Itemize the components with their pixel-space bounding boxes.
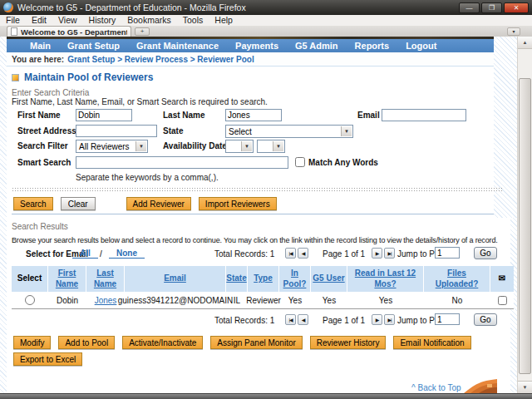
col-select: Select — [12, 266, 48, 292]
new-tab-button[interactable]: + — [135, 27, 150, 36]
nav-grant-maintenance[interactable]: Grant Maintenance — [128, 39, 227, 52]
modify-button[interactable]: Modify — [13, 336, 51, 349]
go-button[interactable]: Go — [474, 313, 497, 326]
page-next-button[interactable]: ▶ — [372, 314, 382, 325]
col-last-name[interactable]: Last Name — [86, 266, 125, 292]
row-select-radio[interactable] — [25, 295, 35, 305]
export-to-excel-button[interactable]: Export to Excel — [13, 352, 82, 366]
availability-date-label: Availability Date — [163, 141, 227, 150]
add-reviewer-button[interactable]: Add Reviewer — [126, 197, 191, 210]
close-button[interactable]: ✕ — [504, 2, 529, 13]
col-state[interactable]: State — [226, 266, 248, 292]
total-records: Total Records: 1 — [214, 316, 274, 325]
state-label: State — [163, 126, 183, 135]
record-actions-row: Modify Add to Pool Activate/Inactivate A… — [13, 336, 471, 349]
row-type: Reviewer — [248, 292, 279, 308]
col-files-uploaded[interactable]: Files Uploaded? — [424, 266, 490, 292]
col-in-pool[interactable]: In Pool? — [279, 266, 311, 292]
menu-bookmarks[interactable]: Bookmarks — [121, 15, 177, 26]
breadcrumb-path[interactable]: Grant Setup > Review Process > Reviewer … — [67, 55, 254, 64]
pagination-bottom: Total Records: 1 |◀ ◀ Page 1 of 1 ▶ ▶| J… — [0, 313, 517, 327]
menu-help[interactable]: Help — [209, 15, 239, 26]
first-name-input[interactable] — [76, 109, 132, 121]
activate-inactivate-button[interactable]: Activate/Inactivate — [122, 336, 203, 349]
col-type[interactable]: Type — [248, 266, 279, 292]
scrollbar-thumb[interactable] — [519, 78, 531, 374]
jump-to-page-input[interactable] — [435, 313, 460, 325]
minimize-button[interactable]: — — [459, 2, 480, 13]
row-email: guiness3941212@NODOMAIN — [125, 292, 226, 308]
scroll-down-arrow[interactable]: ▼ — [518, 381, 532, 393]
scroll-up-arrow[interactable]: ▲ — [518, 37, 532, 49]
import-reviewers-button[interactable]: Import Reviewers — [199, 197, 277, 210]
page-next-button[interactable]: ▶ — [372, 248, 382, 259]
tab-title: Welcome to G5 - Department of Edu... — [21, 27, 127, 37]
chevron-down-icon: ▼ — [241, 141, 252, 151]
menu-history[interactable]: History — [83, 15, 122, 26]
street-address-input[interactable] — [76, 125, 157, 137]
vertical-scrollbar: ▲ ▼ — [517, 37, 532, 393]
match-any-words-checkbox[interactable] — [295, 157, 305, 167]
reviewer-history-button[interactable]: Reviewer History — [310, 336, 387, 349]
page-prev-button[interactable]: ◀ — [298, 314, 308, 325]
list-tabs-button[interactable]: ▾ — [507, 27, 520, 36]
email-label: Email — [357, 111, 380, 120]
go-button[interactable]: Go — [474, 247, 497, 259]
row-email-checkbox[interactable] — [498, 296, 507, 305]
nav-main[interactable]: Main — [22, 39, 59, 52]
page-first-button[interactable]: |◀ — [285, 248, 296, 259]
left-margin-hatch — [0, 37, 7, 393]
clear-button[interactable]: Clear — [61, 197, 96, 210]
nav-logout[interactable]: Logout — [397, 39, 445, 52]
menu-tools[interactable]: Tools — [177, 15, 209, 26]
col-first-name[interactable]: First Name — [48, 266, 86, 292]
col-email-select: ✉ — [490, 266, 514, 292]
chevron-down-icon: ▼ — [341, 126, 352, 136]
jump-to-page-input[interactable] — [435, 247, 460, 259]
select-none-link[interactable]: None — [109, 249, 145, 259]
assign-panel-monitor-button[interactable]: Assign Panel Monitor — [210, 336, 303, 349]
page-indicator: Page 1 of 1 — [323, 316, 365, 325]
last-name-input[interactable] — [225, 109, 282, 121]
row-read-last-12: Yes — [347, 292, 424, 308]
smart-search-input[interactable] — [76, 156, 288, 169]
email-notification-button[interactable]: Email Notification — [393, 336, 470, 349]
nav-reports[interactable]: Reports — [347, 39, 398, 52]
menu-file[interactable]: File — [0, 15, 26, 26]
main-navigation: Main Grant Setup Grant Maintenance Payme… — [7, 39, 494, 52]
search-buttons-row: Search Clear Add Reviewer Import Reviewe… — [13, 197, 277, 210]
breadcrumb: You are here: Grant Setup > Review Proce… — [7, 52, 494, 66]
availability-year-select[interactable]: ▼ — [257, 140, 285, 153]
pagination-top: Select for Email All / None Total Record… — [0, 247, 517, 260]
email-input[interactable] — [382, 109, 466, 121]
menu-edit[interactable]: Edit — [26, 15, 52, 26]
active-tab[interactable]: Welcome to G5 - Department of Edu... — [7, 26, 131, 37]
nav-payments[interactable]: Payments — [227, 39, 287, 52]
page-prev-button[interactable]: ◀ — [298, 248, 308, 259]
state-select[interactable]: Select ▼ — [225, 125, 353, 138]
status-bar — [0, 393, 532, 399]
page-last-button[interactable]: ▶| — [384, 248, 395, 259]
maximize-button[interactable]: ❐ — [481, 2, 502, 13]
back-to-top-link[interactable]: ^ Back to Top — [411, 383, 461, 392]
total-records: Total Records: 1 — [214, 249, 274, 259]
row-select-cell — [12, 292, 48, 308]
results-section-label: Search Results — [12, 222, 68, 231]
match-any-words-label: Match Any Words — [308, 158, 378, 167]
nav-grant-setup[interactable]: Grant Setup — [59, 39, 128, 52]
page-last-button[interactable]: ▶| — [384, 314, 395, 325]
page-first-button[interactable]: |◀ — [285, 314, 296, 325]
menu-view[interactable]: View — [52, 15, 83, 26]
availability-month-select[interactable]: ▼ — [225, 140, 254, 153]
add-to-pool-button[interactable]: Add to Pool — [58, 336, 115, 349]
row-first-name: Dobin — [48, 292, 86, 308]
col-email[interactable]: Email — [125, 266, 226, 292]
search-filter-select[interactable]: All Reviewers ▼ — [76, 140, 148, 153]
search-button[interactable]: Search — [13, 197, 53, 210]
select-all-link[interactable]: All — [72, 249, 98, 259]
row-state: IL — [226, 292, 248, 308]
smart-search-hint: Separate the keywords by a comma(,). — [76, 173, 219, 182]
nav-g5-admin[interactable]: G5 Admin — [287, 39, 347, 52]
col-read-last-12[interactable]: Read in Last 12 Mos? — [347, 266, 424, 292]
col-g5-user[interactable]: G5 User — [311, 266, 347, 292]
